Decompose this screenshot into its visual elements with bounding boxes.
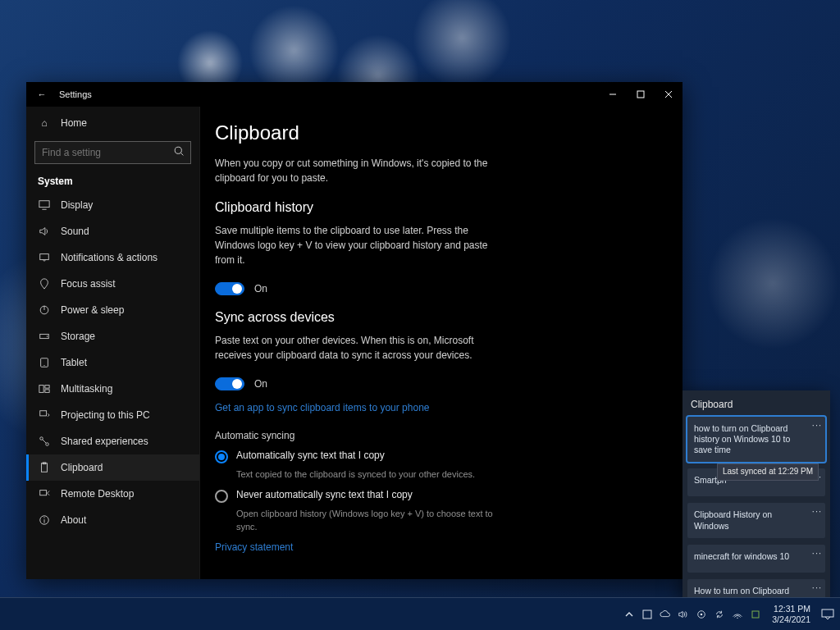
tray-location-icon[interactable] (695, 608, 708, 621)
clipboard-sync-tooltip: Last synced at 12:29 PM (717, 463, 819, 481)
svg-point-4 (175, 147, 181, 153)
sidebar-section-label: System (26, 171, 199, 192)
radio-icon (215, 450, 228, 463)
clipboard-item-text: minecraft for windows 10 (694, 551, 789, 561)
tray-sync-icon[interactable] (713, 608, 726, 621)
tray-app-icon[interactable] (641, 608, 654, 621)
clipboard-item-text: Clipboard History on Windows (694, 509, 772, 530)
sidebar-item-projecting[interactable]: Projecting to this PC (26, 402, 199, 428)
clipboard-item-more-button[interactable]: ··· (812, 506, 822, 518)
search-icon (174, 146, 185, 159)
system-tray: 12:31 PM 3/24/2021 (623, 604, 835, 623)
tray-cloud-icon[interactable] (659, 608, 672, 621)
sidebar-item-power-sleep[interactable]: Power & sleep (26, 297, 199, 323)
sync-app-link[interactable]: Get an app to sync clipboard items to yo… (215, 402, 430, 413)
svg-point-32 (701, 613, 703, 615)
sidebar-item-tablet[interactable]: Tablet (26, 349, 199, 376)
clipboard-history-toggle[interactable] (215, 282, 244, 295)
radio-never-sync-label: Never automatically sync text that I cop… (236, 489, 413, 500)
storage-icon (38, 331, 51, 342)
sync-toggle[interactable] (215, 377, 244, 390)
clipboard-item[interactable]: Smartph ··· Last synced at 12:29 PM (687, 468, 825, 496)
clipboard-icon (38, 462, 51, 473)
sidebar-item-label: About (61, 514, 86, 526)
svg-rect-30 (643, 610, 651, 619)
clipboard-item-more-button[interactable]: ··· (812, 548, 822, 559)
clipboard-item-more-button[interactable]: ··· (812, 420, 822, 431)
taskbar-clock[interactable]: 12:31 PM 3/24/2021 (772, 604, 810, 623)
shared-experiences-icon (38, 436, 51, 447)
power-icon (38, 304, 51, 316)
sidebar-home-label: Home (61, 117, 87, 129)
clipboard-item-more-button[interactable]: ··· (812, 582, 822, 594)
radio-never-sync-desc: Open clipboard history (Windows logo key… (236, 508, 499, 533)
clipboard-item[interactable]: minecraft for windows 10 ··· (687, 545, 825, 573)
about-icon (38, 514, 51, 526)
page-intro: When you copy or cut something in Window… (215, 156, 494, 185)
remote-desktop-icon (38, 488, 51, 500)
sound-icon (38, 226, 51, 237)
sidebar-item-storage[interactable]: Storage (26, 323, 199, 349)
taskbar-time: 12:31 PM (772, 604, 810, 614)
clipboard-history-desc: Save multiple items to the clipboard to … (215, 223, 494, 267)
settings-window: ← Settings ⌂ Home System (26, 82, 682, 579)
radio-icon (215, 490, 228, 503)
radio-auto-sync-desc: Text copied to the clipboard is synced t… (236, 468, 499, 481)
automatic-syncing-label: Automatic syncing (215, 430, 663, 441)
window-minimize-button[interactable] (599, 82, 627, 107)
svg-rect-1 (637, 91, 644, 98)
clipboard-history-toggle-state: On (254, 283, 267, 294)
svg-rect-17 (45, 390, 49, 393)
sidebar-home[interactable]: ⌂ Home (26, 110, 199, 136)
svg-rect-22 (42, 463, 48, 472)
window-title: Settings (59, 89, 92, 99)
sidebar-item-label: Notifications & actions (61, 252, 158, 263)
taskbar-date: 3/24/2021 (772, 614, 810, 624)
tray-network-icon[interactable] (731, 608, 744, 621)
privacy-statement-link[interactable]: Privacy statement (215, 541, 293, 553)
sidebar-item-label: Projecting to this PC (61, 409, 150, 421)
taskbar: 12:31 PM 3/24/2021 (0, 597, 840, 630)
clipboard-item[interactable]: Clipboard History on Windows ··· (687, 503, 825, 537)
svg-rect-34 (752, 611, 759, 618)
tray-overflow-icon[interactable] (623, 608, 636, 621)
sidebar-item-multitasking[interactable]: Multitasking (26, 376, 199, 402)
svg-point-20 (46, 443, 49, 446)
projecting-icon (38, 409, 51, 421)
svg-rect-6 (39, 201, 49, 208)
clipboard-history-flyout: Clipboard how to turn on Clipboard histo… (682, 390, 830, 597)
sidebar-item-label: Sound (61, 226, 89, 237)
svg-line-26 (48, 493, 50, 495)
sidebar-item-sound[interactable]: Sound (26, 218, 199, 244)
window-maximize-button[interactable] (627, 82, 655, 107)
radio-auto-sync-label: Automatically sync text that I copy (236, 450, 385, 461)
svg-rect-24 (40, 491, 47, 495)
multitasking-icon (38, 383, 51, 395)
sidebar-item-display[interactable]: Display (26, 192, 199, 218)
radio-auto-sync[interactable]: Automatically sync text that I copy (215, 450, 663, 463)
sidebar-item-clipboard[interactable]: Clipboard (26, 454, 199, 481)
tray-volume-icon[interactable] (677, 608, 690, 621)
svg-point-29 (43, 517, 44, 518)
tray-app2-icon[interactable] (749, 608, 762, 621)
sync-toggle-state: On (254, 378, 267, 390)
window-close-button[interactable] (655, 82, 682, 107)
action-center-button[interactable] (820, 607, 835, 622)
display-icon (38, 199, 51, 211)
back-button[interactable]: ← (34, 89, 49, 99)
svg-rect-8 (40, 254, 49, 260)
notifications-icon (38, 252, 51, 263)
clipboard-item[interactable]: How to turn on Clipboard history on Wind… (687, 579, 825, 597)
sidebar-item-notifications[interactable]: Notifications & actions (26, 244, 199, 271)
clipboard-item[interactable]: how to turn on Clipboard history on Wind… (687, 417, 825, 462)
sidebar-item-about[interactable]: About (26, 507, 199, 533)
search-input[interactable] (34, 141, 191, 164)
tablet-icon (38, 357, 51, 368)
svg-rect-16 (45, 386, 49, 389)
svg-rect-15 (39, 386, 43, 393)
sidebar-item-remote-desktop[interactable]: Remote Desktop (26, 481, 199, 507)
sync-heading: Sync across devices (215, 310, 663, 325)
sidebar-item-focus-assist[interactable]: Focus assist (26, 271, 199, 297)
radio-never-sync[interactable]: Never automatically sync text that I cop… (215, 489, 663, 503)
sidebar-item-shared-experiences[interactable]: Shared experiences (26, 428, 199, 454)
